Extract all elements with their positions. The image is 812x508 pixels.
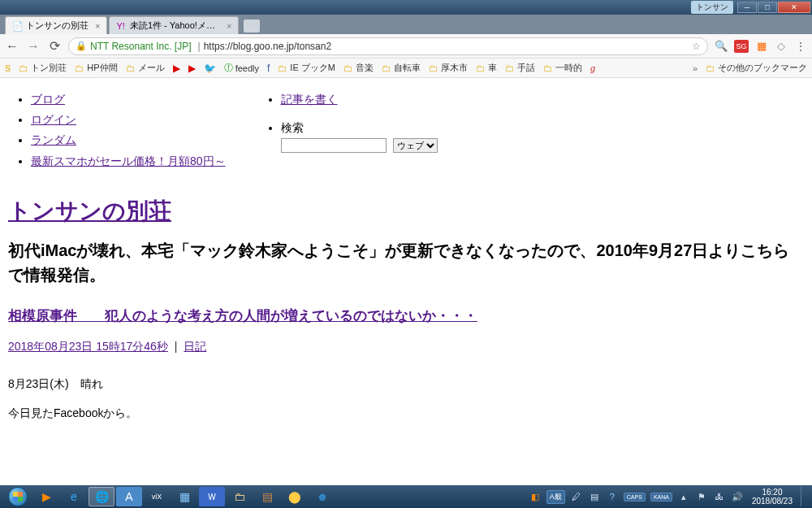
ime-help-icon[interactable]: ? (606, 490, 619, 503)
ime-kana-indicator[interactable]: KANA (650, 493, 672, 501)
bookmark-item[interactable]: S (5, 63, 11, 73)
taskbar-app-icon[interactable]: A (116, 487, 142, 506)
taskbar-app-ie[interactable]: e (61, 487, 87, 506)
taskbar-app-mediaplayer[interactable]: ▶ (33, 487, 59, 506)
post-title-link[interactable]: 相模原事件 犯人のような考え方の人間が増えているのではないか・・・ (8, 308, 477, 323)
start-button[interactable] (3, 485, 32, 508)
tab-close-icon[interactable]: × (227, 21, 231, 31)
folder-icon: 🗀 (543, 63, 553, 74)
taskbar-app-icon[interactable]: ▦ (171, 487, 197, 506)
forward-button[interactable]: → (26, 39, 41, 54)
bookmark-item[interactable]: ▶ (188, 63, 196, 74)
site-title-link[interactable]: トンサンの別荘 (8, 198, 171, 224)
window-close-button[interactable]: ✕ (778, 2, 810, 13)
extension-icon[interactable]: SG (734, 40, 749, 53)
nav-list-right: 記事を書く 検索 ウェブ (281, 89, 438, 172)
search-input[interactable] (281, 138, 387, 153)
post-line: 8月23日(木) 晴れ (8, 369, 804, 398)
window-titlebar: トンサン ─ □ ✕ (0, 0, 812, 15)
bookmarks-overflow-button[interactable]: » (693, 63, 698, 73)
ime-caps-indicator[interactable]: CAPS (624, 493, 646, 501)
tray-chevron-icon[interactable]: ▴ (677, 490, 690, 503)
show-desktop-button[interactable] (801, 487, 807, 506)
url-text: https://blog.goo.ne.jp/tonsan2 (204, 41, 331, 52)
yahoo-favicon-icon: Y! (116, 21, 126, 31)
lock-icon: 🔒 (76, 41, 87, 51)
bookmark-star-icon[interactable]: ☆ (692, 41, 701, 52)
post-date-link[interactable]: 2018年08月23日 15時17分46秒 (8, 340, 168, 353)
clock-date: 2018/08/23 (752, 497, 793, 506)
search-label: 検索 (281, 121, 304, 134)
bookmark-item[interactable]: f (267, 63, 270, 74)
nav-link-promo[interactable]: 最新スマホがセール価格！月額80円～ (31, 154, 226, 167)
folder-icon: 🗀 (75, 63, 84, 74)
site-title: トンサンの別荘 (8, 196, 804, 227)
zoom-icon[interactable]: 🔍 (715, 40, 728, 53)
bookmark-item[interactable]: 🗀トン別荘 (19, 62, 67, 74)
nav-link-write[interactable]: 記事を書く (281, 93, 338, 106)
taskbar-app-icon[interactable]: ▤ (254, 487, 280, 506)
extension-icon[interactable]: ◇ (775, 40, 788, 53)
taskbar-app-icon[interactable]: ⬤ (282, 487, 308, 506)
reload-button[interactable]: ⟳ (47, 38, 62, 54)
bookmark-item[interactable]: 🗀一時的 (543, 62, 582, 74)
browser-toolbar: ← → ⟳ 🔒 NTT Resonant Inc. [JP] | https:/… (0, 34, 812, 59)
blog-header-nav: ブログ ログイン ランダム 最新スマホがセール価格！月額80円～ 記事を書く 検… (8, 89, 804, 172)
post-category-link[interactable]: 日記 (184, 340, 206, 353)
post-body: 8月23日(木) 晴れ 今日見たFacebookから。 (8, 369, 804, 428)
folder-icon: 🗀 (126, 63, 136, 74)
folder-icon: 🗀 (382, 63, 391, 74)
bookmark-item[interactable]: 🐦 (204, 63, 216, 74)
window-maximize-button[interactable]: □ (758, 2, 777, 13)
taskbar-app-explorer[interactable]: 🗀 (227, 487, 253, 506)
windows-orb-icon (8, 487, 28, 506)
rss-icon[interactable]: ▦ (755, 40, 768, 53)
folder-icon: 🗀 (19, 63, 28, 74)
browser-tab-inactive[interactable]: Y! 未読1件 - Yahoo!メール × (109, 16, 239, 34)
action-center-icon[interactable]: ⚑ (695, 490, 708, 503)
bookmark-item[interactable]: ⓕfeedly (224, 62, 259, 74)
taskbar-app-icon[interactable]: ☻ (309, 487, 335, 506)
volume-icon[interactable]: 🔊 (731, 490, 744, 503)
window-user-badge: トンサン (691, 1, 733, 14)
browser-menu-button[interactable]: ⋮ (794, 40, 807, 53)
bookmark-item[interactable]: 🗀厚木市 (429, 62, 468, 74)
bookmark-item[interactable]: 🗀メール (126, 62, 165, 74)
back-button[interactable]: ← (5, 39, 19, 54)
new-tab-button[interactable] (244, 20, 260, 33)
taskbar-app-vix[interactable]: viX (144, 487, 170, 506)
bookmark-item[interactable]: 🗀手話 (505, 62, 535, 74)
windows-taskbar: ▶ e 🌐 A viX ▦ W 🗀 ▤ ⬤ ☻ ◧ A般 🖊 ▤ ? CAPS … (0, 485, 812, 508)
ime-pad-icon[interactable]: ▤ (588, 490, 601, 503)
tab-close-icon[interactable]: × (95, 21, 100, 31)
taskbar-clock[interactable]: 16:20 2018/08/23 (749, 488, 796, 506)
network-icon[interactable]: 🖧 (713, 490, 726, 503)
search-scope-select[interactable]: ウェブ (393, 138, 438, 153)
ime-tool-icon[interactable]: 🖊 (570, 490, 583, 503)
bookmark-item[interactable]: 🗀HP仲間 (75, 62, 117, 74)
folder-icon: 🗀 (429, 63, 438, 74)
bookmark-item[interactable]: 🗀音楽 (343, 62, 374, 74)
bookmark-item[interactable]: 🗀自転車 (382, 62, 421, 74)
nav-link-blog[interactable]: ブログ (31, 93, 65, 106)
address-bar[interactable]: 🔒 NTT Resonant Inc. [JP] | https://blog.… (68, 37, 708, 55)
tray-icon[interactable]: ◧ (529, 490, 542, 503)
other-bookmarks-button[interactable]: 🗀その他のブックマーク (706, 62, 807, 74)
nav-link-login[interactable]: ログイン (31, 113, 76, 126)
folder-icon: 🗀 (278, 63, 287, 74)
bookmark-item[interactable]: ▶ (173, 63, 180, 74)
window-minimize-button[interactable]: ─ (737, 2, 757, 13)
taskbar-app-word[interactable]: W (199, 487, 225, 506)
twitter-icon: 🐦 (204, 63, 216, 74)
nav-link-random[interactable]: ランダム (31, 133, 76, 146)
ime-mode-indicator[interactable]: A般 (546, 490, 565, 504)
browser-tab-active[interactable]: 📄 トンサンの別荘 × (5, 16, 107, 34)
youtube-icon: ▶ (188, 63, 196, 74)
youtube-icon: ▶ (173, 63, 180, 74)
bookmark-item[interactable]: g (590, 63, 595, 73)
clock-time: 16:20 (752, 488, 793, 497)
bookmark-item[interactable]: 🗀IE ブックM (278, 62, 335, 74)
folder-icon: 🗀 (505, 63, 515, 74)
taskbar-app-chrome[interactable]: 🌐 (89, 487, 114, 506)
bookmark-item[interactable]: 🗀車 (476, 62, 497, 74)
